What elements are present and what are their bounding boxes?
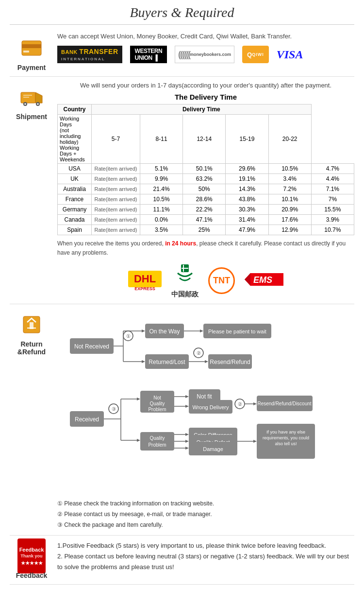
svg-text:Received: Received bbox=[75, 416, 99, 423]
rate-label-cell: Rate(item arrived) bbox=[92, 194, 140, 205]
table-row: UKRate(item arrived)9.9%63.2%19.1%3.4%4.… bbox=[58, 174, 354, 184]
value-cell: 19.1% bbox=[226, 174, 268, 184]
value-cell: 47.9% bbox=[226, 225, 268, 235]
dhl-logo: DHL EXPRESS bbox=[128, 271, 162, 291]
value-cell: 3.4% bbox=[268, 174, 311, 184]
rate-label-cell: Rate(item arrived) bbox=[92, 174, 140, 184]
country-cell: USA bbox=[58, 164, 92, 174]
ems-text: EMS bbox=[245, 278, 283, 291]
svg-text:also tell us!: also tell us! bbox=[275, 441, 297, 446]
table-row: GermanyRate(item arrived)11.1%22.2%30.3%… bbox=[58, 205, 354, 215]
value-cell: 3.9% bbox=[311, 215, 354, 225]
value-cell: 11.1% bbox=[140, 205, 183, 215]
svg-marker-15 bbox=[245, 273, 250, 286]
value-cell: 9.9% bbox=[140, 174, 183, 184]
value-cell: 12.9% bbox=[268, 225, 311, 235]
svg-text:Please be patient to wait: Please be patient to wait bbox=[208, 329, 266, 334]
svg-text:Resend/Refund: Resend/Refund bbox=[210, 359, 250, 365]
tnt-text: TNT bbox=[213, 276, 230, 286]
country-cell: Canada bbox=[58, 215, 92, 225]
svg-text:Quality: Quality bbox=[149, 401, 165, 406]
country-cell: Spain bbox=[58, 225, 92, 235]
shipment-icon bbox=[18, 84, 45, 111]
moneybookers-text: (((((( moneybookers.com bbox=[175, 46, 234, 63]
feedback-line-1: 1.Positive Feedback (5 stars) is very im… bbox=[57, 540, 354, 551]
value-cell: 50% bbox=[183, 184, 226, 194]
tnt-logo: TNT bbox=[208, 267, 235, 294]
svg-marker-89 bbox=[253, 440, 257, 443]
return-label: Return &Refund bbox=[10, 340, 53, 356]
svg-rect-1 bbox=[22, 44, 41, 48]
svg-text:EMS: EMS bbox=[253, 275, 272, 285]
svg-marker-72 bbox=[137, 439, 140, 442]
svg-marker-85 bbox=[185, 447, 189, 450]
rate-label-cell: Rate(item arrived) bbox=[92, 164, 140, 174]
table-row: FranceRate(item arrived)10.5%28.6%43.8%1… bbox=[58, 194, 354, 205]
country-cell: France bbox=[58, 194, 92, 205]
return-flowchart: Not Received ① On the Way P bbox=[57, 309, 354, 494]
return-refund-section: Return &Refund Not Received ① On bbox=[10, 309, 354, 536]
value-cell: 22.2% bbox=[183, 205, 226, 215]
feedback-section: Feedback Thank you ★★★★★ Feedback 1.Posi… bbox=[10, 540, 354, 585]
visa-text: VISA bbox=[277, 46, 303, 63]
value-cell: 17.6% bbox=[268, 215, 311, 225]
table-row: USARate(item arrived)5.1%50.1%29.6%10.5%… bbox=[58, 164, 354, 174]
dhl-text: DHL bbox=[128, 271, 162, 287]
value-cell: 50.1% bbox=[183, 164, 226, 174]
svg-marker-77 bbox=[185, 433, 189, 436]
delivery-table: Country Delivery Time Working Days(not i… bbox=[57, 104, 354, 235]
feedback-icon: Feedback Thank you ★★★★★ bbox=[18, 542, 45, 570]
bank-transfer-text: BANK TRANSFERINTERNATIONAL bbox=[57, 46, 122, 63]
value-cell: 7.1% bbox=[311, 184, 354, 194]
courier-logos: DHL EXPRESS 中国邮政 bbox=[57, 262, 354, 299]
visa-logo: VISA bbox=[277, 46, 303, 63]
return-content: Not Received ① On the Way P bbox=[53, 309, 354, 530]
shipment-label: Shipment bbox=[16, 113, 47, 121]
country-cell: UK bbox=[58, 174, 92, 184]
rate-label-cell: Rate(item arrived) bbox=[92, 225, 140, 235]
feedback-logo-line2: Thank you bbox=[20, 554, 42, 558]
value-cell: 10.1% bbox=[268, 194, 311, 205]
value-cell: 43.8% bbox=[226, 194, 268, 205]
qiwi-text: QQIWI bbox=[242, 46, 269, 63]
feedback-logo-line1: Feedback bbox=[19, 547, 44, 553]
working-days-label: Working Days(not including holiday)Worki… bbox=[58, 115, 92, 164]
svg-marker-50 bbox=[137, 398, 140, 400]
col-8-11: 8-11 bbox=[140, 115, 183, 164]
note-highlight: in 24 hours bbox=[165, 240, 196, 247]
note-prefix: When you receive the items you ordered, bbox=[57, 240, 165, 247]
value-cell: 5.1% bbox=[140, 164, 183, 174]
svg-text:If you have any else: If you have any else bbox=[266, 430, 305, 434]
value-cell: 7% bbox=[311, 194, 354, 205]
feedback-logo-box: Feedback Thank you ★★★★★ bbox=[17, 538, 46, 573]
return-icon bbox=[18, 311, 45, 338]
svg-text:③: ③ bbox=[112, 406, 116, 412]
svg-marker-60 bbox=[185, 405, 189, 408]
shipment-section: Shipment We will send your orders in 1-7… bbox=[10, 82, 354, 304]
svg-marker-29 bbox=[200, 330, 203, 332]
col-delivery-time: Delivery Time bbox=[92, 104, 312, 115]
col-5-7: 5-7 bbox=[92, 115, 140, 164]
svg-text:Returned/Lost: Returned/Lost bbox=[149, 359, 185, 365]
western-union-text: WESTERNUNION ▐ bbox=[130, 46, 167, 63]
value-cell: 29.6% bbox=[226, 164, 268, 174]
bank-transfer-logo: BANK TRANSFERINTERNATIONAL bbox=[57, 46, 122, 63]
value-cell: 4.7% bbox=[311, 164, 354, 174]
table-row: AustraliaRate(item arrived)21.4%50%14.3%… bbox=[58, 184, 354, 194]
footnotes: ① Please check the tracking information … bbox=[57, 499, 354, 530]
svg-rect-2 bbox=[23, 51, 29, 52]
delivery-title: The Delivery Time bbox=[57, 93, 354, 101]
country-cell: Australia bbox=[58, 184, 92, 194]
value-cell: 10.5% bbox=[268, 164, 311, 174]
return-icon-col: Return &Refund bbox=[10, 309, 53, 356]
payment-description: We can accept West Union, Money Booker, … bbox=[57, 33, 354, 40]
svg-text:Damage: Damage bbox=[203, 446, 223, 452]
sinotrans-icon bbox=[173, 262, 197, 290]
rate-label-cell: Rate(item arrived) bbox=[92, 184, 140, 194]
dhl-express-text: EXPRESS bbox=[128, 286, 162, 291]
svg-text:Not: Not bbox=[153, 395, 161, 400]
footnote-1: ① Please check the tracking information … bbox=[57, 499, 354, 509]
shipment-icon-col: Shipment bbox=[10, 82, 53, 121]
payment-icon-col: Payment bbox=[10, 33, 53, 71]
value-cell: 25% bbox=[183, 225, 226, 235]
